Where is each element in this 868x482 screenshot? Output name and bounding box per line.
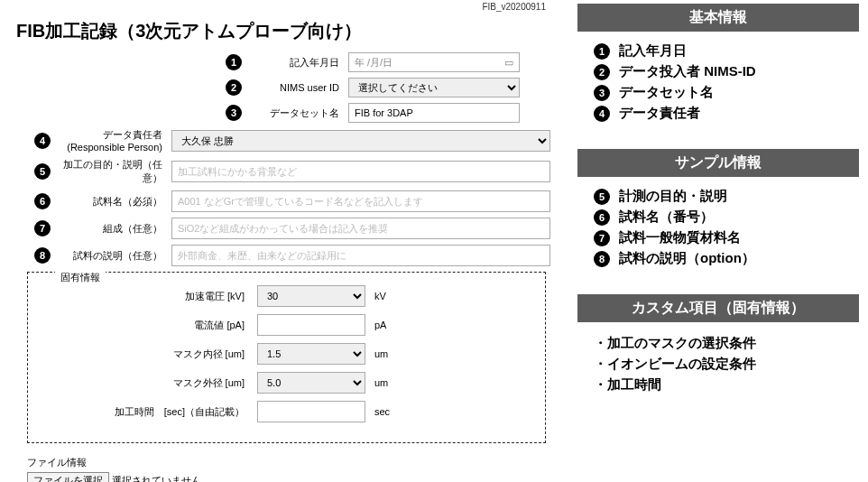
spec-row: マスク内径 [um]1.5um — [37, 343, 536, 365]
spec-box: 固有情報 加速電圧 [kV]30kV電流値 [pA]pAマスク内径 [um]1.… — [27, 272, 546, 443]
bullet-list: ・加工のマスクの選択条件・イオンビームの設定条件・加工時間 — [594, 335, 859, 394]
file-section: ファイル情報 ファイルを選択 選択されていません。 — [27, 456, 555, 482]
unit-label: um — [374, 377, 388, 388]
marker-6: 6 — [594, 209, 610, 226]
legend-item-text: 試料の説明（option） — [619, 250, 755, 267]
spec-input[interactable] — [257, 314, 365, 336]
marker-3: 3 — [226, 105, 242, 121]
legend-item: 7試料一般物質材料名 — [594, 229, 859, 246]
spec-rows: 加速電圧 [kV]30kV電流値 [pA]pAマスク内径 [um]1.5umマス… — [37, 285, 536, 422]
marker-5: 5 — [34, 163, 51, 180]
spec-input[interactable]: 5.0 — [257, 372, 365, 394]
marker-1: 1 — [594, 43, 610, 60]
spec-row: 加速電圧 [kV]30kV — [37, 285, 536, 307]
spec-row: 電流値 [pA]pA — [37, 314, 536, 336]
form-row-8: 8試料の説明（任意） — [9, 245, 555, 266]
legend-item-text: 試料一般物質材料名 — [619, 229, 741, 246]
marker-5: 5 — [594, 189, 610, 205]
field-label: NIMS user ID — [258, 82, 339, 93]
marker-6: 6 — [34, 193, 51, 209]
spec-label: マスク内径 [um] — [37, 348, 245, 361]
file-status: 選択されていません。 — [112, 475, 211, 482]
spec-input[interactable]: 30 — [257, 285, 365, 307]
spec-label: 加工時間 [sec]（自由記載） — [37, 405, 245, 419]
bullet-item: ・加工のマスクの選択条件 — [594, 335, 859, 352]
marker-4: 4 — [34, 133, 51, 149]
marker-8: 8 — [34, 247, 51, 264]
field-input-3[interactable] — [348, 103, 520, 123]
unit-label: um — [374, 348, 388, 359]
form-top-section: 1記入年月日年 /月/日▭2NIMS user ID選択してください3データセッ… — [9, 52, 555, 123]
legend-item: 3データセット名 — [594, 84, 859, 101]
spec-row: 加工時間 [sec]（自由記載）sec — [37, 401, 536, 422]
group-header: サンプル情報 — [577, 149, 859, 177]
item-list: 5計測の目的・説明6試料名（番号）7試料一般物質材料名8試料の説明（option… — [594, 188, 859, 267]
spec-legend: 固有情報 — [55, 271, 106, 284]
marker-7: 7 — [594, 230, 610, 246]
unit-label: sec — [374, 406, 390, 417]
marker-7: 7 — [34, 220, 51, 236]
marker-1: 1 — [226, 54, 242, 70]
form-row-2: 2NIMS user ID選択してください — [9, 78, 555, 97]
spec-label: 電流値 [pA] — [37, 319, 245, 332]
field-input-5[interactable] — [171, 161, 550, 182]
legend-item: 4データ責任者 — [594, 105, 859, 122]
field-label: 組成（任意） — [54, 222, 162, 236]
bullet-item: ・イオンビームの設定条件 — [594, 356, 859, 373]
legend-item: 5計測の目的・説明 — [594, 188, 859, 205]
field-label: 試料名（必須） — [54, 195, 162, 209]
calendar-icon: ▭ — [504, 57, 513, 69]
unit-label: kV — [374, 291, 386, 301]
legend-item-text: 試料名（番号） — [619, 209, 714, 226]
unit-label: pA — [374, 320, 386, 330]
spec-label: マスク外径 [um] — [37, 376, 245, 390]
version-label: FIB_v20200911 — [9, 2, 546, 12]
field-label: 加工の目的・説明（任意） — [54, 158, 162, 185]
legend-panel: 基本情報1記入年月日2データ投入者 NIMS-ID3データセット名4データ責任者… — [577, 4, 859, 397]
field-label: 試料の説明（任意） — [54, 249, 162, 263]
legend-item: 8試料の説明（option） — [594, 250, 859, 267]
file-choose-button[interactable]: ファイルを選択 — [27, 472, 109, 482]
legend-item: 2データ投入者 NIMS-ID — [594, 63, 859, 80]
spec-label: 加速電圧 [kV] — [37, 290, 245, 303]
field-label: 記入年月日 — [258, 56, 339, 70]
item-list: 1記入年月日2データ投入者 NIMS-ID3データセット名4データ責任者 — [594, 42, 859, 122]
field-label: データセット名 — [258, 107, 339, 120]
group-header: カスタム項目（固有情報） — [577, 294, 859, 322]
marker-4: 4 — [594, 106, 610, 122]
legend-item: 1記入年月日 — [594, 42, 859, 60]
form-mid-section: 4データ責任者(Responsible Person)大久保 忠勝5加工の目的・… — [9, 128, 555, 266]
form-row-5: 5加工の目的・説明（任意） — [9, 158, 555, 185]
field-input-7[interactable] — [171, 218, 550, 239]
field-input-2[interactable]: 選択してください — [348, 78, 520, 97]
legend-item-text: データ投入者 NIMS-ID — [619, 63, 756, 80]
form-row-3: 3データセット名 — [9, 103, 555, 123]
form-row-1: 1記入年月日年 /月/日▭ — [9, 52, 555, 72]
group-header: 基本情報 — [577, 4, 859, 32]
marker-2: 2 — [226, 79, 242, 96]
form-row-6: 6試料名（必須） — [9, 190, 555, 212]
bullet-item: ・加工時間 — [594, 376, 859, 394]
spec-row: マスク外径 [um]5.0um — [37, 372, 536, 394]
legend-item-text: データセット名 — [619, 84, 714, 101]
field-input-8[interactable] — [171, 245, 550, 266]
legend-item: 6試料名（番号） — [594, 209, 859, 226]
spec-input[interactable] — [257, 401, 365, 422]
marker-8: 8 — [594, 251, 610, 267]
form-row-4: 4データ責任者(Responsible Person)大久保 忠勝 — [9, 128, 555, 153]
field-input-6[interactable] — [171, 190, 550, 212]
legend-item-text: 記入年月日 — [619, 42, 687, 60]
form-panel: FIB_v20200911 FIB加工記録（3次元アトムプローブ向け） 1記入年… — [9, 0, 555, 482]
file-section-title: ファイル情報 — [27, 456, 555, 469]
form-row-7: 7組成（任意） — [9, 218, 555, 239]
page-title: FIB加工記録（3次元アトムプローブ向け） — [16, 19, 555, 43]
marker-3: 3 — [594, 85, 610, 101]
field-label: データ責任者(Responsible Person) — [54, 128, 162, 153]
legend-item-text: 計測の目的・説明 — [619, 188, 727, 205]
date-input[interactable]: 年 /月/日▭ — [348, 52, 520, 72]
marker-2: 2 — [594, 64, 610, 80]
legend-item-text: データ責任者 — [619, 105, 700, 122]
spec-input[interactable]: 1.5 — [257, 343, 365, 365]
field-input-4[interactable]: 大久保 忠勝 — [171, 130, 550, 152]
